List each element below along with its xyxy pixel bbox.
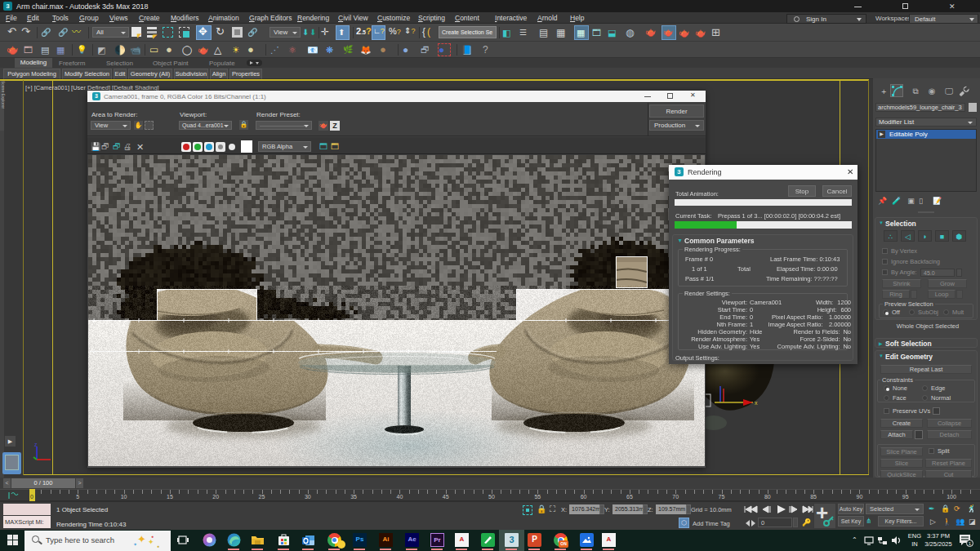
svg-text:x: x (755, 400, 758, 406)
svg-text:z: z (34, 443, 38, 447)
